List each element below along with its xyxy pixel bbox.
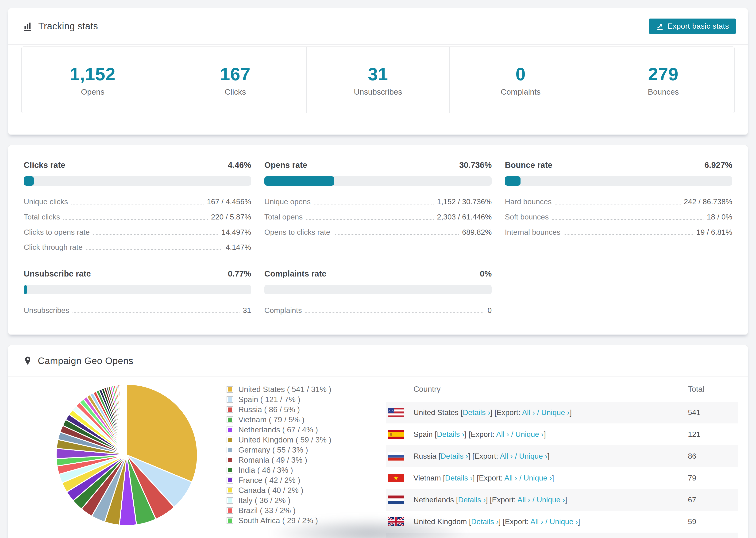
opens-rate-block: Opens rate 30.736% Unique opens 1,152 / …: [264, 160, 492, 255]
legend-label: Brazil ( 33 / 2% ): [238, 506, 296, 515]
legend-label: United Kingdom ( 59 / 3% ): [238, 435, 331, 444]
export-unique-link[interactable]: Unique ›: [515, 430, 544, 439]
export-all-link[interactable]: All ›: [496, 430, 509, 439]
legend-item-india: India ( 46 / 3% ): [227, 465, 372, 475]
legend-item-spain: Spain ( 121 / 7% ): [227, 395, 372, 405]
details-link[interactable]: Details ›: [441, 452, 468, 460]
complaints-rate-value: 0%: [480, 269, 492, 278]
geo-table-rows: United States [Details ›] [Export: All ›…: [386, 402, 738, 538]
details-link[interactable]: Details ›: [458, 496, 486, 504]
export-icon: [656, 22, 664, 30]
legend-label: Spain ( 121 / 7% ): [238, 395, 300, 404]
export-all-link[interactable]: All ›: [500, 452, 513, 460]
details-link[interactable]: Details ›: [445, 474, 473, 482]
legend-item-netherlands: Netherlands ( 67 / 4% ): [227, 425, 372, 435]
legend-item-south-africa: South Africa ( 29 / 2% ): [227, 516, 372, 526]
complaints-rate-block: Complaints rate 0% Complaints 0: [264, 269, 492, 318]
legend-label: Russia ( 86 / 5% ): [238, 405, 300, 414]
geo-opens-title: Campaign Geo Opens: [38, 355, 134, 366]
legend-swatch: [227, 517, 233, 524]
opens-rate-title: Opens rate: [264, 160, 307, 170]
total-cell: 67: [688, 496, 738, 504]
geo-body: United States ( 541 / 31% ) Spain ( 121 …: [8, 377, 748, 538]
legend-swatch: [227, 396, 233, 403]
export-all-link[interactable]: All ›: [530, 517, 543, 526]
stat-row-value: 220 / 5.87%: [211, 213, 251, 221]
geo-table-scroll[interactable]: Country Total United States [Details ›] …: [386, 377, 738, 538]
stat-row-label: Hard bounces: [505, 197, 552, 206]
export-unique-link[interactable]: Unique ›: [537, 496, 565, 504]
stat-box-complaints: 0 Complaints: [450, 47, 592, 113]
table-row-vietnam: Vietnam [Details ›] [Export: All › / Uni…: [386, 467, 738, 489]
clicks-rate-block: Clicks rate 4.46% Unique clicks 167 / 4.…: [24, 160, 251, 255]
pie-slice-other-39: [127, 384, 127, 455]
geo-opens-card: Campaign Geo Opens United States ( 541 /…: [8, 345, 748, 538]
flag-us-icon: [388, 408, 404, 417]
legend-item-brazil: Brazil ( 33 / 2% ): [227, 506, 372, 516]
export-unique-link[interactable]: Unique ›: [541, 408, 569, 417]
dotted-leader: [86, 249, 222, 250]
export-button-label: Export basic stats: [668, 22, 729, 30]
country-cell: Spain [Details ›] [Export: All › / Uniqu…: [413, 430, 546, 439]
table-row-partial: [386, 533, 738, 538]
stat-row-value: 167 / 4.456%: [207, 197, 251, 206]
stat-row-label: Unsubscribes: [24, 306, 69, 315]
export-all-link[interactable]: All ›: [517, 496, 530, 504]
stat-row-label: Complaints: [264, 306, 302, 315]
legend-label: Netherlands ( 67 / 4% ): [238, 425, 318, 434]
stat-row-value: 19 / 6.81%: [696, 228, 732, 237]
stat-value: 279: [592, 65, 734, 83]
bounce-rate-value: 6.927%: [704, 160, 732, 170]
tracking-stats-card: Tracking stats Export basic stats 1,152 …: [8, 8, 748, 135]
stat-row-value: 1,152 / 30.736%: [437, 197, 492, 206]
page: Tracking stats Export basic stats 1,152 …: [0, 0, 756, 538]
export-basic-stats-button[interactable]: Export basic stats: [649, 19, 736, 34]
stat-row-label: Clicks to opens rate: [24, 228, 90, 237]
page-title: Tracking stats: [38, 21, 98, 31]
details-link[interactable]: Details ›: [471, 517, 499, 526]
export-unique-link[interactable]: Unique ›: [519, 452, 548, 460]
opens-rate-progress-fill: [264, 176, 334, 186]
legend-item-germany: Germany ( 55 / 3% ): [227, 445, 372, 455]
legend-item-france: France ( 42 / 2% ): [227, 475, 372, 485]
dotted-leader: [552, 219, 703, 220]
clicks-rate-title: Clicks rate: [24, 160, 65, 170]
stat-row: Click through rate 4.147%: [24, 240, 251, 255]
dotted-leader: [555, 204, 681, 204]
stat-row-value: 689.82%: [462, 228, 492, 237]
geo-pie-chart: [54, 382, 199, 528]
export-all-link[interactable]: All ›: [504, 474, 517, 482]
stat-row-label: Opens to clicks rate: [264, 228, 330, 237]
stat-label: Clicks: [164, 87, 307, 96]
stat-value: 31: [307, 65, 449, 83]
dotted-leader: [334, 234, 459, 235]
opens-rate-value: 30.736%: [459, 160, 492, 170]
details-link[interactable]: Details ›: [437, 430, 464, 439]
stat-label: Complaints: [450, 87, 592, 96]
export-all-link[interactable]: All ›: [522, 408, 535, 417]
stat-row-label: Click through rate: [24, 243, 82, 252]
stat-box-clicks: 167 Clicks: [164, 47, 307, 113]
stat-row-label: Unique clicks: [24, 197, 68, 206]
legend-item-united-states: United States ( 541 / 31% ): [227, 385, 372, 395]
legend-swatch: [227, 426, 233, 433]
dotted-leader: [73, 312, 240, 313]
complaints-rate-title: Complaints rate: [264, 269, 327, 278]
rates-grid: Clicks rate 4.46% Unique clicks 167 / 4.…: [8, 145, 748, 335]
table-row-united-kingdom: United Kingdom [Details ›] [Export: All …: [386, 511, 738, 533]
legend-swatch: [227, 416, 233, 423]
stat-label: Opens: [22, 87, 164, 96]
legend-label: Italy ( 36 / 2% ): [238, 496, 291, 505]
legend-label: Romania ( 49 / 3% ): [238, 456, 307, 464]
export-unique-link[interactable]: Unique ›: [523, 474, 552, 482]
stat-row: Unsubscribes 31: [24, 303, 251, 318]
unsubscribe-rate-title: Unsubscribe rate: [24, 269, 91, 278]
details-link[interactable]: Details ›: [463, 408, 490, 417]
total-cell: 121: [688, 430, 738, 439]
unsubscribe-rate-block: Unsubscribe rate 0.77% Unsubscribes 31: [24, 269, 251, 318]
total-cell: 59: [688, 517, 738, 526]
table-row-spain: Spain [Details ›] [Export: All › / Uniqu…: [386, 423, 738, 445]
geo-opens-header: Campaign Geo Opens: [8, 345, 748, 377]
dotted-leader: [314, 204, 434, 204]
export-unique-link[interactable]: Unique ›: [550, 517, 578, 526]
